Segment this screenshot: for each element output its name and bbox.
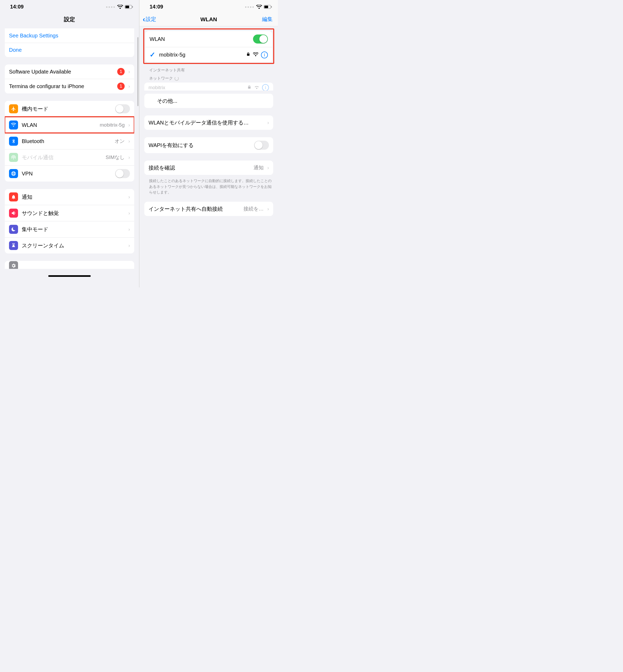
wlan-toggle[interactable]: [253, 34, 268, 44]
hotspot-section-header: インターネット共有: [140, 66, 278, 74]
chevron-right-icon: ›: [128, 84, 130, 89]
row-value: 接続を…: [243, 205, 264, 212]
sounds-row[interactable]: サウンドと触覚 ›: [5, 205, 134, 221]
lock-icon: [246, 52, 250, 58]
wifi-icon: [9, 120, 18, 130]
info-icon[interactable]: i: [262, 84, 269, 90]
row-value: SIMなし: [106, 154, 125, 161]
chevron-right-icon: ›: [128, 155, 130, 160]
hourglass-icon: [9, 241, 18, 250]
wlan-highlight-box: WLAN ✓ mobitrix-5g i: [143, 28, 274, 64]
edit-button[interactable]: 編集: [262, 16, 273, 23]
row-value: オン: [115, 138, 125, 145]
chevron-right-icon: ›: [128, 194, 130, 200]
apps-group: WLANとモバイルデータ通信を使用する… ›: [144, 115, 273, 130]
wapi-toggle[interactable]: [254, 141, 269, 150]
svg-rect-1: [125, 6, 129, 8]
svg-point-4: [13, 172, 14, 176]
wifi-icon: [256, 5, 262, 9]
focus-row[interactable]: 集中モード ›: [5, 221, 134, 237]
auto-hotspot-row[interactable]: インターネット共有へ自動接続 接続を… ›: [144, 202, 273, 216]
finish-setup-row[interactable]: Termina de configurar tu iPhone 1 ›: [5, 79, 134, 93]
lock-icon: [247, 85, 251, 91]
alerts-group: Software Update Available 1 › Termina de…: [5, 64, 134, 93]
svg-rect-7: [271, 6, 272, 8]
system-group: 通知 › サウンドと触覚 › 集中モード › スクリーンタイム ›: [5, 189, 134, 253]
ask-join-group: 接続を確認 通知 ›: [144, 161, 273, 175]
home-indicator[interactable]: [48, 275, 91, 277]
row-label: WLAN: [22, 122, 100, 128]
link-label: Done: [9, 47, 22, 53]
status-time: 14:09: [10, 4, 24, 10]
done-link[interactable]: Done: [5, 43, 134, 57]
scrollbar[interactable]: [138, 37, 139, 106]
wlan-switch-group: WLAN ✓ mobitrix-5g i: [145, 31, 272, 62]
dots-icon: ●●●●: [245, 5, 255, 9]
vpn-row[interactable]: VPN: [5, 165, 134, 181]
checkmark-icon: ✓: [150, 51, 155, 59]
svg-rect-2: [132, 6, 133, 8]
battery-icon: [125, 5, 133, 9]
page-title: WLAN: [201, 16, 217, 23]
speaker-icon: [9, 208, 18, 218]
wapi-row[interactable]: WAPIを有効にする: [144, 137, 273, 153]
status-time: 14:09: [150, 4, 163, 10]
gear-icon: [9, 261, 18, 269]
wlan-row[interactable]: WLAN mobitrix-5g ›: [5, 117, 134, 133]
network-name: mobitrix-5g: [159, 52, 246, 58]
network-name-partial: mobitrix: [149, 85, 165, 90]
status-bar: 14:09 ●●●●: [0, 0, 139, 12]
svg-point-3: [12, 172, 16, 176]
wapi-group: WAPIを有効にする: [144, 137, 273, 153]
row-label: WLANとモバイルデータ通信を使用する…: [149, 119, 266, 126]
row-label: Bluetooth: [22, 138, 115, 144]
chevron-right-icon: ›: [128, 243, 130, 248]
airplane-mode-row[interactable]: 機内モード: [5, 101, 134, 117]
connectivity-group: 機内モード WLAN mobitrix-5g › Bluetooth オン › …: [5, 101, 134, 181]
general-row[interactable]: [5, 261, 134, 269]
wifi-icon: [117, 5, 123, 9]
screentime-row[interactable]: スクリーンタイム ›: [5, 237, 134, 253]
row-value: 通知: [254, 164, 264, 171]
chevron-right-icon: ›: [128, 122, 130, 128]
row-label: VPN: [22, 171, 115, 177]
nav-bar: ‹ 設定 WLAN 編集: [140, 12, 278, 26]
ask-to-join-row[interactable]: 接続を確認 通知 ›: [144, 161, 273, 175]
info-icon[interactable]: i: [261, 52, 268, 58]
other-network-row[interactable]: その他...: [144, 94, 273, 108]
nav-bar: 設定: [0, 12, 139, 28]
settings-screen: 14:09 ●●●● 設定 See Backup Settings Done S…: [0, 0, 139, 287]
airplane-icon: [9, 104, 18, 113]
chevron-right-icon: ›: [267, 165, 269, 171]
spinner-icon: [175, 77, 179, 81]
chevron-right-icon: ›: [267, 120, 269, 125]
back-button[interactable]: ‹ 設定: [143, 16, 156, 23]
chevron-right-icon: ›: [128, 139, 130, 144]
header-label: ネットワーク: [149, 76, 173, 81]
notifications-row[interactable]: 通知 ›: [5, 189, 134, 205]
globe-icon: [9, 169, 18, 178]
row-label: WAPIを有効にする: [149, 142, 254, 149]
software-update-row[interactable]: Software Update Available 1 ›: [5, 64, 134, 79]
back-label: 設定: [146, 16, 156, 23]
general-group-partial: [5, 261, 134, 269]
row-label: スクリーンタイム: [22, 242, 127, 249]
bluetooth-row[interactable]: Bluetooth オン ›: [5, 133, 134, 149]
apps-using-data-row[interactable]: WLANとモバイルデータ通信を使用する… ›: [144, 115, 273, 130]
wlan-toggle-row[interactable]: WLAN: [145, 31, 272, 47]
chevron-right-icon: ›: [128, 69, 130, 75]
vpn-toggle[interactable]: [115, 169, 130, 178]
connected-network-row[interactable]: ✓ mobitrix-5g i: [145, 47, 272, 62]
chevron-right-icon: ›: [128, 211, 130, 216]
backup-prompt-group: See Backup Settings Done: [5, 28, 134, 57]
wifi-signal-icon: [253, 52, 258, 58]
bell-icon: [9, 192, 18, 201]
row-label: WLAN: [150, 36, 253, 42]
chevron-left-icon: ‹: [143, 16, 145, 23]
see-backup-settings-link[interactable]: See Backup Settings: [5, 28, 134, 43]
networks-section-header: ネットワーク: [140, 74, 278, 83]
wlan-screen: 14:09 ●●●● ‹ 設定 WLAN 編集 WLAN ✓ mobi: [139, 0, 278, 287]
cellular-row[interactable]: モバイル通信 SIMなし ›: [5, 149, 134, 165]
row-label: 集中モード: [22, 226, 127, 233]
airplane-toggle[interactable]: [115, 104, 130, 113]
